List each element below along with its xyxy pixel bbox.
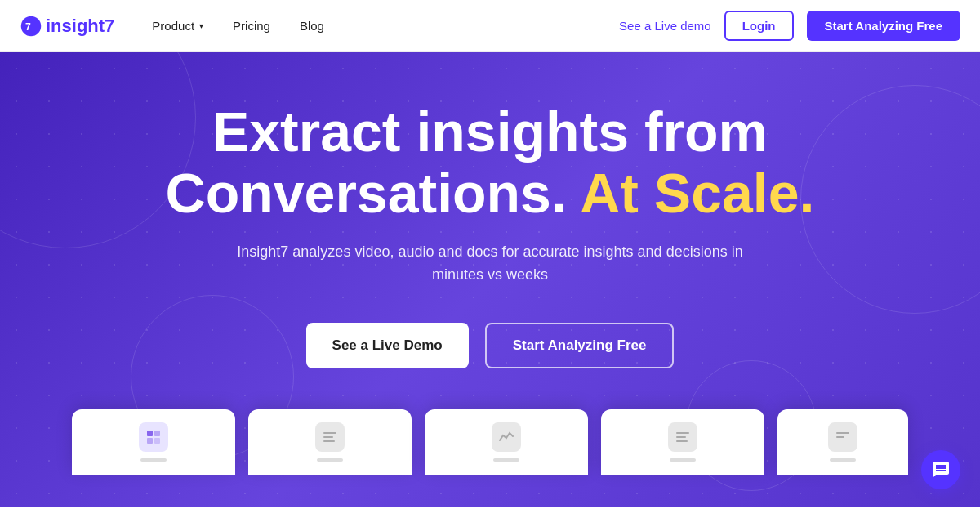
- svg-rect-6: [323, 432, 336, 434]
- nav-product[interactable]: Product ▾: [140, 12, 215, 39]
- card-2-icon: [315, 422, 345, 452]
- card-1-icon: [139, 422, 168, 452]
- see-live-demo-button[interactable]: See a Live Demo: [306, 323, 469, 368]
- card-preview-5: [777, 409, 908, 475]
- product-chevron-icon: ▾: [199, 21, 203, 30]
- login-button[interactable]: Login: [724, 11, 794, 41]
- card-preview-4: [601, 409, 764, 475]
- card-4-bar: [670, 458, 696, 462]
- svg-rect-10: [676, 436, 686, 438]
- svg-rect-5: [154, 438, 160, 444]
- svg-rect-9: [676, 432, 689, 434]
- logo-link[interactable]: 7 insight7: [20, 15, 114, 38]
- svg-rect-13: [836, 436, 844, 438]
- card-preview-3: [425, 409, 588, 475]
- card-5-icon: [828, 422, 858, 452]
- card-5-bar: [830, 458, 856, 462]
- svg-rect-8: [323, 440, 335, 442]
- card-preview-2: [248, 409, 412, 475]
- svg-rect-12: [836, 432, 849, 434]
- svg-text:7: 7: [25, 21, 31, 33]
- hero-section: Extract insights from Conversations. At …: [0, 52, 980, 507]
- svg-rect-11: [676, 440, 688, 442]
- svg-rect-4: [147, 438, 153, 444]
- nav-right: See a Live demo Login Start Analyzing Fr…: [619, 11, 960, 41]
- navbar: 7 insight7 Product ▾ Pricing Blog See a …: [0, 0, 980, 52]
- start-analyzing-nav-button[interactable]: Start Analyzing Free: [807, 11, 960, 41]
- nav-pricing[interactable]: Pricing: [221, 12, 282, 39]
- card-4-icon: [668, 422, 697, 452]
- nav-blog[interactable]: Blog: [288, 12, 336, 39]
- chat-button[interactable]: [921, 450, 960, 489]
- card-3-bar: [493, 458, 519, 462]
- card-1-bar: [140, 458, 167, 462]
- chat-bubble-icon: [931, 460, 951, 480]
- svg-rect-3: [154, 431, 160, 436]
- hero-subtitle: Insight7 analyzes video, audio and docs …: [212, 240, 768, 288]
- logo-text: insight7: [46, 16, 114, 37]
- start-analyzing-hero-button[interactable]: Start Analyzing Free: [485, 323, 675, 368]
- hero-title: Extract insights from Conversations. At …: [166, 101, 815, 224]
- card-3-icon: [492, 422, 521, 452]
- svg-point-0: [21, 16, 42, 36]
- logo-icon: 7: [20, 15, 42, 38]
- nav-live-demo-link[interactable]: See a Live demo: [619, 19, 711, 33]
- card-previews-row: [33, 409, 947, 475]
- svg-rect-2: [147, 431, 153, 436]
- card-preview-1: [72, 409, 235, 475]
- svg-rect-7: [323, 436, 333, 438]
- nav-links: Product ▾ Pricing Blog: [140, 12, 619, 39]
- hero-circle-3: [800, 85, 980, 314]
- card-2-bar: [317, 458, 343, 462]
- hero-buttons: See a Live Demo Start Analyzing Free: [306, 323, 675, 368]
